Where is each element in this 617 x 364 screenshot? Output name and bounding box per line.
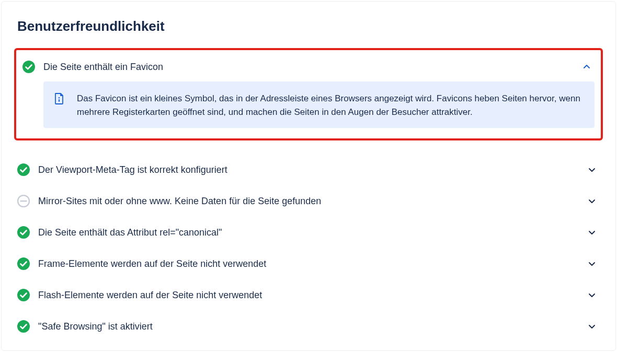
svg-point-7 xyxy=(17,257,30,270)
section-title: Benutzerfreundlichkeit xyxy=(17,18,600,34)
check-ok-icon xyxy=(22,61,35,73)
item-title: Flash-Elemente werden auf der Seite nich… xyxy=(38,290,584,301)
check-item-frames[interactable]: Frame-Elemente werden auf der Seite nich… xyxy=(14,248,603,279)
item-title: Der Viewport-Meta-Tag ist korrekt konfig… xyxy=(38,165,584,175)
check-ok-icon xyxy=(17,320,30,333)
svg-point-6 xyxy=(17,226,30,239)
info-text: Das Favicon ist ein kleines Symbol, das … xyxy=(77,92,584,119)
check-item-flash[interactable]: Flash-Elemente werden auf der Seite nich… xyxy=(14,279,603,311)
chevron-down-icon[interactable] xyxy=(588,197,596,205)
svg-point-8 xyxy=(17,289,30,301)
svg-point-9 xyxy=(17,320,30,333)
svg-point-3 xyxy=(17,163,30,176)
check-ok-icon xyxy=(17,163,30,176)
status-neutral-icon xyxy=(17,195,30,207)
chevron-up-icon[interactable] xyxy=(583,63,590,71)
item-title: "Safe Browsing" ist aktiviert xyxy=(38,321,584,332)
check-item-favicon[interactable]: Die Seite enthält ein Favicon xyxy=(16,50,601,76)
check-item-canonical[interactable]: Die Seite enthält das Attribut rel="cano… xyxy=(14,217,603,248)
chevron-down-icon[interactable] xyxy=(588,323,596,330)
check-item-safe-browsing[interactable]: "Safe Browsing" ist aktiviert xyxy=(14,311,603,342)
item-title: Die Seite enthält das Attribut rel="cano… xyxy=(38,227,584,238)
check-ok-icon xyxy=(17,257,30,270)
svg-point-1 xyxy=(59,97,60,98)
highlighted-item-box: Die Seite enthält ein Favicon Das Favico… xyxy=(14,48,603,140)
item-title: Die Seite enthält ein Favicon xyxy=(43,62,579,73)
chevron-down-icon[interactable] xyxy=(588,291,596,299)
info-box: Das Favicon ist ein kleines Symbol, das … xyxy=(43,81,595,128)
check-ok-icon xyxy=(17,289,30,301)
svg-point-0 xyxy=(22,61,35,73)
check-ok-icon xyxy=(17,226,30,239)
chevron-down-icon[interactable] xyxy=(588,229,596,236)
chevron-down-icon[interactable] xyxy=(588,260,596,267)
svg-rect-2 xyxy=(59,99,60,102)
usability-panel: Benutzerfreundlichkeit Die Seite enthält… xyxy=(1,1,616,351)
item-title: Frame-Elemente werden auf der Seite nich… xyxy=(38,259,584,269)
file-info-icon xyxy=(54,93,64,104)
check-item-viewport[interactable]: Der Viewport-Meta-Tag ist korrekt konfig… xyxy=(14,154,603,185)
item-title: Mirror-Sites mit oder ohne www. Keine Da… xyxy=(38,196,584,207)
chevron-down-icon[interactable] xyxy=(588,166,596,173)
check-item-mirror-sites[interactable]: Mirror-Sites mit oder ohne www. Keine Da… xyxy=(14,185,603,217)
